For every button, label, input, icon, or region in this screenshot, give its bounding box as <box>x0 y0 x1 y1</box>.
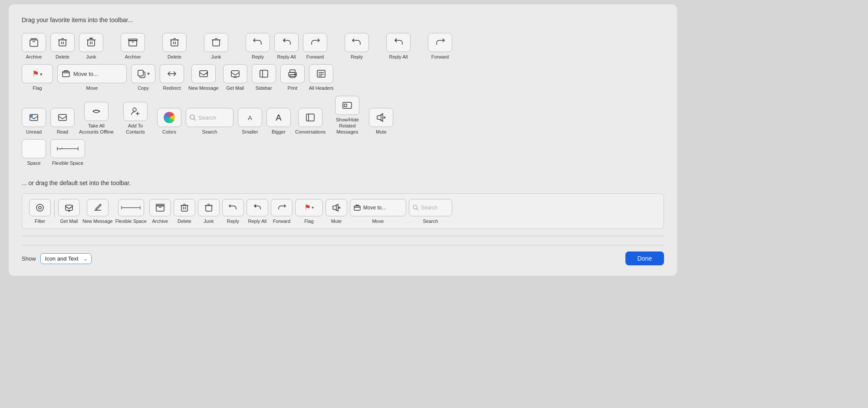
toolbar-label-add-to-contacts: Add To Contacts <box>118 123 153 135</box>
toolbar-label-all-headers: All Headers <box>309 85 334 91</box>
toolbar-item-redirect[interactable]: Redirect <box>160 64 184 91</box>
dt-forward[interactable]: Forward <box>271 199 293 224</box>
toolbar-label-redirect: Redirect <box>163 85 181 91</box>
dt-archive[interactable]: Archive <box>149 199 171 224</box>
svg-rect-22 <box>290 70 295 72</box>
svg-line-60 <box>417 209 418 210</box>
toolbar-item-smaller[interactable]: A Smaller <box>238 108 262 135</box>
toolbar-item-bigger[interactable]: A Bigger <box>266 108 291 135</box>
toolbar-item-archive1[interactable]: Archive <box>22 33 46 60</box>
toolbar-item-sidebar[interactable]: Sidebar <box>252 64 276 91</box>
toolbar-item-new-message[interactable]: New Message <box>188 64 219 91</box>
svg-rect-11 <box>171 40 178 46</box>
svg-rect-32 <box>59 114 66 121</box>
done-button[interactable]: Done <box>625 251 664 265</box>
toolbar-item-take-all-offline[interactable]: Take All Accounts Offline <box>79 102 114 135</box>
toolbar-item-all-headers[interactable]: All Headers <box>309 64 334 91</box>
dt-label-mute: Mute <box>331 218 342 224</box>
dt-reply-all[interactable]: Reply All <box>247 199 268 224</box>
toolbar-item-print[interactable]: Print <box>280 64 305 91</box>
toolbar-item-add-to-contacts[interactable]: Add To Contacts <box>118 102 153 135</box>
dt-move[interactable]: Move to... Move <box>350 199 406 224</box>
dt-filter[interactable]: Filter <box>29 199 51 224</box>
toolbar-label-flexible-space: Flexible Space <box>52 160 83 166</box>
dt-label-archive: Archive <box>152 218 168 224</box>
dt-label-new-message: New Message <box>82 218 113 224</box>
toolbar-item-replyall2[interactable]: Reply All <box>386 33 411 60</box>
dt-label-get-mail: Get Mail <box>60 218 78 224</box>
dt-reply[interactable]: Reply <box>222 199 244 224</box>
svg-point-59 <box>413 205 417 209</box>
toolbar-label-flag: Flag <box>33 85 42 91</box>
svg-point-46 <box>39 206 41 209</box>
show-row: Show Icon and Text Icon Only Text Only <box>22 253 92 264</box>
toolbar-label-show-hide: Show/Hide Related Messages <box>330 117 365 135</box>
toolbar-item-copy[interactable]: ▾ Copy <box>131 64 155 91</box>
dt-label-search: Search <box>423 218 438 224</box>
toolbar-item-forward1[interactable]: Forward <box>303 33 327 60</box>
show-select[interactable]: Icon and Text Icon Only Text Only <box>40 253 92 264</box>
svg-rect-9 <box>128 39 137 41</box>
dt-new-message[interactable]: New Message <box>82 199 113 224</box>
toolbar-item-delete2[interactable]: Delete <box>162 33 187 60</box>
toolbar-label-archive2: Archive <box>125 54 141 60</box>
toolbar-item-space[interactable]: Space <box>22 139 46 166</box>
dt-label-reply: Reply <box>227 218 239 224</box>
svg-rect-41 <box>344 104 347 107</box>
toolbar-item-reply1[interactable]: Reply <box>246 33 270 60</box>
toolbar-label-unread: Unread <box>26 129 42 135</box>
toolbar-label-reply1: Reply <box>252 54 264 60</box>
toolbar-item-flexible-space[interactable]: Flexible Space <box>50 139 85 166</box>
show-label: Show <box>22 255 36 262</box>
toolbar-item-search[interactable]: Search Search <box>186 108 233 135</box>
dt-search[interactable]: Search Search <box>409 199 452 224</box>
toolbar-item-delete1[interactable]: Delete <box>50 33 75 60</box>
toolbar-item-conversations[interactable]: Conversations <box>295 108 326 135</box>
dt-mute[interactable]: Mute <box>326 199 347 224</box>
toolbar-label-colors: Colors <box>162 129 176 135</box>
toolbar-label-junk2: Junk <box>211 54 221 60</box>
toolbar-item-read[interactable]: Read <box>50 108 75 135</box>
toolbar-item-show-hide[interactable]: Show/Hide Related Messages <box>330 96 365 135</box>
toolbar-label-conversations: Conversations <box>295 129 326 135</box>
toolbar-item-forward2[interactable]: Forward <box>428 33 452 60</box>
toolbar-label-search: Search <box>202 129 217 135</box>
dt-get-mail[interactable]: Get Mail <box>58 199 80 224</box>
svg-rect-47 <box>66 205 72 210</box>
svg-rect-15 <box>62 72 69 77</box>
svg-point-31 <box>30 114 33 117</box>
toolbar-item-flag[interactable]: ⚑ ▾ Flag <box>22 64 53 91</box>
separator-hint: ... or drag the default set into the too… <box>22 180 664 186</box>
dt-label-forward: Forward <box>273 218 290 224</box>
toolbar-label-smaller: Smaller <box>242 129 258 135</box>
toolbar-label-move: Move <box>86 85 98 91</box>
toolbar-label-forward2: Forward <box>431 54 449 60</box>
toolbar-item-archive2[interactable]: Archive <box>121 33 145 60</box>
toolbar-item-mute[interactable]: Mute <box>369 108 393 135</box>
toolbar-label-take-all-offline: Take All Accounts Offline <box>79 123 114 135</box>
toolbar-item-reply2[interactable]: Reply <box>345 33 369 60</box>
svg-rect-8 <box>129 40 137 46</box>
toolbar-label-replyall2: Reply All <box>389 54 408 60</box>
toolbar-item-junk2[interactable]: Junk <box>204 33 228 60</box>
svg-point-25 <box>295 74 296 75</box>
toolbar-label-space: Space <box>27 160 40 166</box>
svg-rect-4 <box>88 40 95 46</box>
svg-rect-20 <box>260 70 268 77</box>
toolbar-label-junk1: Junk <box>86 54 96 60</box>
toolbar-item-junk1[interactable]: Junk <box>79 33 103 60</box>
dt-flexible-space: Flexible Space <box>115 199 147 224</box>
svg-point-36 <box>190 115 194 119</box>
toolbar-item-replyall1[interactable]: Reply All <box>274 33 299 60</box>
toolbar-item-unread[interactable]: Unread <box>22 108 46 135</box>
toolbar-label-copy: Copy <box>138 85 149 91</box>
svg-rect-0 <box>30 40 38 46</box>
dt-flag[interactable]: ⚑ ▾ Flag <box>295 199 323 224</box>
svg-rect-49 <box>156 206 164 211</box>
toolbar-item-move[interactable]: Move to... Move <box>57 64 127 91</box>
show-select-wrap[interactable]: Icon and Text Icon Only Text Only <box>40 253 92 264</box>
toolbar-item-colors[interactable]: Colors <box>157 108 181 135</box>
toolbar-item-get-mail[interactable]: Get Mail <box>223 64 247 91</box>
dt-delete[interactable]: Delete <box>174 199 195 224</box>
dt-junk[interactable]: Junk <box>198 199 220 224</box>
